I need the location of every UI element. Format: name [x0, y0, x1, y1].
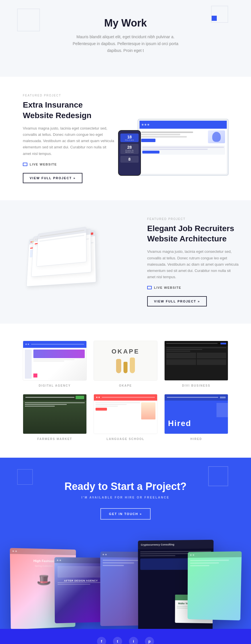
divi-line2 — [166, 349, 202, 350]
featured1-label: FEATURED PROJECT — [23, 94, 115, 97]
td-dot1 — [25, 344, 27, 345]
float-screen-designagency: AFTER DESIGN AGENCY — [54, 557, 107, 623]
laptop-screen — [139, 121, 227, 174]
ll1 — [96, 402, 140, 403]
fs5-dot2 — [193, 554, 194, 556]
fs2-header — [54, 557, 107, 564]
project1-mockup: 18 POLICIES 28 FILED IN MONTHS 8 — [127, 102, 240, 176]
screen-hero-text — [141, 132, 206, 142]
portfolio-item-hired[interactable]: Hired HIRED — [164, 394, 228, 441]
portfolio-item-farmers[interactable]: FARMERS MARKET — [23, 394, 87, 441]
portfolio-label-divi: DIVI BUSINESS — [164, 384, 228, 387]
fs2-dot1 — [57, 559, 58, 561]
thumb-digital-header — [23, 341, 86, 348]
phone-mockup: 18 POLICIES 28 FILED IN MONTHS 8 — [118, 130, 141, 176]
monitor-icon-2 — [147, 286, 152, 289]
fsdot2 — [15, 550, 17, 552]
fs5-header — [188, 551, 242, 558]
stacked-page-3 — [37, 227, 87, 267]
social-instagram[interactable]: i — [129, 637, 138, 644]
stat-lbl-2: FILED IN MONTHS — [122, 150, 137, 153]
crypto-title: Cryptocurrency Consulting — [141, 543, 175, 546]
social-pinterest[interactable]: p — [145, 637, 154, 644]
portfolio-item-lang[interactable]: LANGUAGE SCHOOL — [94, 394, 157, 441]
thumb-divi-inner — [165, 341, 228, 380]
d-line2 — [33, 361, 64, 362]
phone-stat-2: 28 FILED IN MONTHS — [120, 144, 139, 154]
laptop-screen-header — [139, 121, 227, 129]
featured-project-1: FEATURED PROJECT Extra Insurance Website… — [0, 77, 251, 200]
digital-main — [33, 350, 85, 379]
featured2-desc: Vivamus magna justo, lacinia eget consec… — [147, 249, 240, 280]
divi-cell1 — [166, 353, 196, 358]
stat-num-2: 28 — [122, 145, 137, 150]
corner-decoration-tl — [17, 9, 40, 31]
social-twitter[interactable]: t — [113, 637, 122, 644]
hired-accent — [216, 403, 228, 417]
portfolio-item-okape[interactable]: OKAPE OKAPE — [94, 341, 157, 387]
laptop-screen-body — [139, 129, 227, 174]
thumb-okape-inner: OKAPE — [94, 341, 157, 380]
bottle2 — [124, 362, 127, 373]
portfolio-item-digital[interactable]: DIGITAL AGENCY — [23, 341, 87, 387]
featured1-left: FEATURED PROJECT Extra Insurance Website… — [23, 94, 115, 183]
social-facebook[interactable]: f — [97, 637, 106, 644]
thumb-lang-header — [94, 394, 157, 401]
screen-line3 — [141, 136, 187, 138]
da-title: AFTER DESIGN AGENCY — [57, 579, 104, 582]
portfolio-thumb-okape: OKAPE — [94, 341, 157, 381]
fl5-2 — [190, 562, 219, 564]
featured2-label: FEATURED PROJECT — [147, 217, 240, 221]
featured2-right: FEATURED PROJECT Elegant Job Recruiters … — [147, 217, 240, 306]
dot3 — [147, 124, 149, 126]
thumb-digital-body — [23, 348, 86, 380]
cta-corner-tr — [208, 466, 228, 486]
portfolio-thumb-lang — [94, 394, 157, 434]
lh-line — [102, 397, 155, 398]
divi-nav-line — [166, 343, 218, 344]
fs5-body — [188, 557, 242, 570]
da-line2 — [57, 584, 90, 585]
dot2 — [145, 124, 146, 126]
laptop-mockup — [137, 119, 229, 176]
monitor-icon — [23, 163, 27, 166]
featured2-view-btn[interactable]: VIEW FULL PROJECT » — [147, 296, 207, 306]
featured-project-2: FEATURED PROJECT Elegant Job Recruiters … — [0, 200, 251, 324]
portfolio-grid-section: DIGITAL AGENCY OKAPE OKAPE — [0, 324, 251, 458]
hero-section: My Work Mauris blandit aliquet elit, ege… — [0, 0, 251, 77]
fb-line3 — [25, 406, 55, 407]
thumb-lang-inner — [94, 394, 157, 434]
featured1-live-link[interactable]: LIVE WEBSITE — [23, 163, 115, 166]
divi-line1 — [166, 347, 226, 348]
cta-title: Ready to Start a Project? — [23, 481, 228, 492]
screen-btn-primary — [141, 139, 155, 142]
screen-line1 — [141, 132, 193, 133]
divi-cell4 — [197, 359, 226, 365]
phone-stat-1: 18 POLICIES — [120, 134, 139, 142]
cta-screens: High Fashion Spring Collection 🎩 AFTER D… — [0, 520, 251, 629]
fb-line1 — [25, 402, 85, 403]
cta-btn[interactable]: GET IN TOUCH » — [100, 508, 151, 520]
hired-header — [165, 394, 228, 401]
dot-sm1 — [35, 239, 36, 240]
divi-line3 — [166, 351, 190, 352]
fh-line — [25, 397, 74, 398]
cl2 — [140, 553, 190, 554]
featured2-live-link[interactable]: LIVE WEBSITE — [147, 286, 240, 289]
thumb-divi-body — [165, 346, 228, 380]
portfolio-grid: DIGITAL AGENCY OKAPE OKAPE — [23, 341, 228, 441]
portfolio-item-divi[interactable]: DIVI BUSINESS — [164, 341, 228, 387]
bottle3 — [130, 358, 135, 373]
portfolio-thumb-farmers — [23, 394, 87, 434]
screen-form — [141, 146, 225, 155]
okape-title: OKAPE — [112, 348, 139, 355]
okape-bottles — [116, 358, 135, 373]
lh-dot1 — [96, 397, 98, 398]
da-line1 — [57, 582, 104, 583]
digital-hero-block — [33, 350, 85, 358]
divi-cell2 — [197, 353, 226, 358]
featured1-desc: Vivamus magna justo, lacinia eget consec… — [23, 125, 115, 157]
float-screen-green — [188, 551, 242, 620]
featured1-view-btn[interactable]: VIEW FULL PROJECT » — [23, 173, 82, 183]
fl5-3 — [190, 565, 209, 566]
